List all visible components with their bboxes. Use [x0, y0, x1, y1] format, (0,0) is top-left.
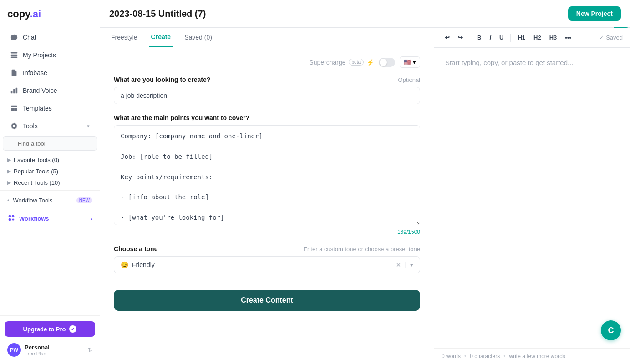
recent-tools-group[interactable]: ▶ Recent Tools (10)	[3, 177, 97, 188]
sidebar-item-chat[interactable]: Chat	[3, 29, 97, 46]
sidebar-item-label-brand-voice: Brand Voice	[23, 87, 57, 94]
editor-footer: 0 words • 0 characters • write a few mor…	[434, 348, 630, 364]
right-panel: ↩ ↪ B I U H1 H2 H3 ••• ✓ Saved Start typ…	[434, 28, 630, 364]
chat-icon	[10, 33, 18, 41]
tone-section: Choose a tone Enter a custom tone or cho…	[114, 245, 420, 273]
workflow-bullet-icon: •	[7, 197, 10, 204]
tone-placeholder-label: Enter a custom tone or choose a preset t…	[303, 246, 420, 253]
tab-create[interactable]: Create	[149, 28, 173, 47]
tools-chevron-icon: ▾	[87, 123, 90, 129]
user-text: Personal... Free Plan	[25, 344, 84, 356]
sidebar-item-my-projects[interactable]: My Projects	[3, 46, 97, 64]
sidebar-item-label-templates: Templates	[23, 105, 52, 112]
new-project-button[interactable]: New Project	[568, 6, 621, 21]
expand-arrow-icon-recent: ▶	[7, 180, 11, 186]
sidebar: copy.ai Chat My Projects Infobase	[0, 0, 100, 364]
workflow-section: • Workflow Tools NEW	[0, 190, 100, 210]
bold-button[interactable]: B	[474, 32, 484, 43]
underline-button[interactable]: U	[496, 32, 507, 43]
beta-badge: beta	[349, 59, 364, 66]
editor-hint: write a few more words	[509, 353, 565, 359]
check-icon: ✓	[599, 34, 604, 41]
tone-emoji: 😊	[121, 261, 128, 268]
brand-voice-icon	[10, 86, 18, 95]
left-panel: Freestyle Create Saved (0) Supercharge b…	[100, 28, 434, 364]
undo-button[interactable]: ↩	[442, 32, 453, 43]
toolbar-separator-1	[470, 34, 470, 42]
upgrade-badge: ✓	[69, 325, 76, 333]
sidebar-item-label-chat: Chat	[23, 34, 36, 41]
upgrade-to-pro-button[interactable]: Upgrade to Pro ✓	[5, 321, 95, 337]
h2-button[interactable]: H2	[530, 32, 544, 43]
content-area: Freestyle Create Saved (0) Supercharge b…	[100, 28, 630, 364]
favorite-tools-group[interactable]: ▶ Favorite Tools (0)	[3, 154, 97, 166]
tone-left: 😊 Friendly	[121, 261, 155, 268]
supercharge-label: Supercharge beta ⚡	[309, 59, 374, 66]
toggle-knob	[380, 59, 387, 66]
flag-icon: 🇺🇸	[404, 59, 411, 66]
redo-button[interactable]: ↪	[455, 32, 466, 43]
question1-input[interactable]	[114, 87, 420, 104]
fab-button[interactable]: C	[601, 320, 621, 340]
templates-icon	[10, 104, 18, 112]
svg-rect-1	[11, 55, 17, 56]
workflows-chevron-icon: ›	[91, 216, 92, 222]
expand-arrow-icon-popular: ▶	[7, 168, 11, 174]
toolbar-separator-2	[510, 34, 511, 42]
supercharge-bar: Supercharge beta ⚡ 🇺🇸 ▾	[114, 56, 420, 68]
doc-type-label: Freestyle	[109, 28, 139, 46]
main-header: 2023-08-15 Untitled (7) New Project	[100, 0, 630, 28]
tone-display[interactable]: 😊 Friendly ✕ | ▾	[114, 256, 420, 273]
chevron-down-icon: ▾	[413, 59, 416, 66]
tone-controls: ✕ | ▾	[396, 261, 413, 268]
char-count-footer: 0 characters	[470, 353, 500, 359]
editor-toolbar: ↩ ↪ B I U H1 H2 H3 ••• ✓ Saved	[434, 28, 630, 48]
workflow-tools-item[interactable]: • Workflow Tools NEW	[5, 194, 95, 207]
sidebar-item-tools[interactable]: Tools ▾	[3, 117, 97, 135]
italic-button[interactable]: I	[486, 32, 494, 43]
find-tool-input[interactable]	[3, 136, 97, 151]
user-info[interactable]: PW Personal... Free Plan ⇅	[5, 341, 95, 359]
svg-rect-0	[11, 52, 17, 54]
workflows-item[interactable]: Workflows ›	[5, 211, 95, 226]
app-logo: copy.ai	[0, 0, 100, 26]
tools-icon	[10, 122, 18, 130]
sidebar-item-label-infobase: Infobase	[23, 69, 47, 76]
tone-dropdown-icon[interactable]: ▾	[410, 262, 413, 268]
page-title: 2023-08-15 Untitled (7)	[109, 9, 206, 19]
language-selector[interactable]: 🇺🇸 ▾	[400, 56, 420, 68]
editor-placeholder: Start typing, copy, or paste to get star…	[445, 59, 574, 66]
tone-clear-button[interactable]: ✕	[396, 262, 401, 268]
main-content: 2023-08-15 Untitled (7) New Project Free…	[100, 0, 630, 364]
question2-section: What are the main points you want to cov…	[114, 114, 420, 235]
svg-rect-2	[11, 57, 17, 58]
sidebar-item-infobase[interactable]: Infobase	[3, 64, 97, 81]
infobase-icon	[10, 69, 18, 77]
more-options-button[interactable]: •••	[562, 32, 574, 43]
editor-area[interactable]: Start typing, copy, or paste to get star…	[434, 48, 630, 348]
sidebar-nav: Chat My Projects Infobase Brand Voice	[0, 26, 100, 315]
question2-label: What are the main points you want to cov…	[114, 114, 420, 121]
h1-button[interactable]: H1	[514, 32, 528, 43]
fab-icon: C	[608, 326, 614, 335]
char-count: 169/1500	[114, 229, 420, 235]
word-count: 0 words	[442, 353, 461, 359]
question2-textarea[interactable]: Company: [company name and one-liner] Jo…	[114, 125, 420, 225]
lightning-icon: ⚡	[366, 59, 374, 66]
h3-button[interactable]: H3	[546, 32, 560, 43]
tabs-bar: Freestyle Create Saved (0)	[100, 28, 434, 47]
popular-tools-group[interactable]: ▶ Popular Tools (5)	[3, 166, 97, 177]
sidebar-item-templates[interactable]: Templates	[3, 100, 97, 117]
workflows-icon	[7, 214, 15, 223]
question1-label: What are you looking to create? Optional	[114, 76, 420, 83]
tool-groups: ▶ Favorite Tools (0) ▶ Popular Tools (5)…	[3, 154, 97, 188]
supercharge-toggle[interactable]	[379, 58, 395, 67]
expand-arrow-icon: ▶	[7, 157, 11, 163]
user-chevron-icon: ⇅	[88, 347, 92, 353]
sidebar-item-label-tools: Tools	[23, 122, 38, 130]
create-content-button[interactable]: Create Content	[114, 290, 420, 311]
tab-saved[interactable]: Saved (0)	[183, 28, 214, 46]
optional-label: Optional	[398, 76, 420, 83]
sidebar-item-brand-voice[interactable]: Brand Voice	[3, 82, 97, 99]
workflows-nav: Workflows ›	[0, 210, 100, 230]
